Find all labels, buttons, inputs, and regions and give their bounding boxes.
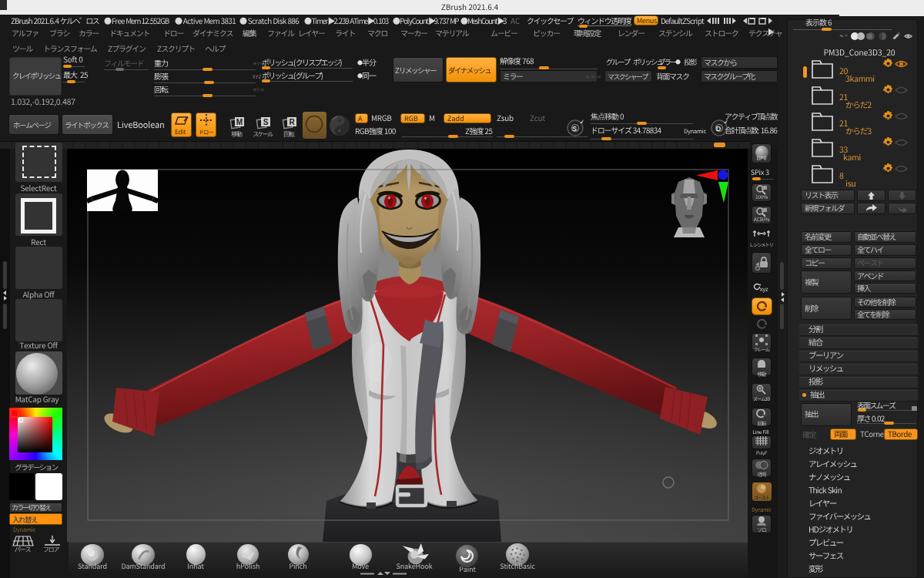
svg-text:M: M <box>236 118 243 126</box>
svg-text:S: S <box>572 125 577 133</box>
svg-text:R: R <box>289 118 295 126</box>
svg-text:D: D <box>716 125 721 133</box>
svg-text:S: S <box>263 118 269 126</box>
